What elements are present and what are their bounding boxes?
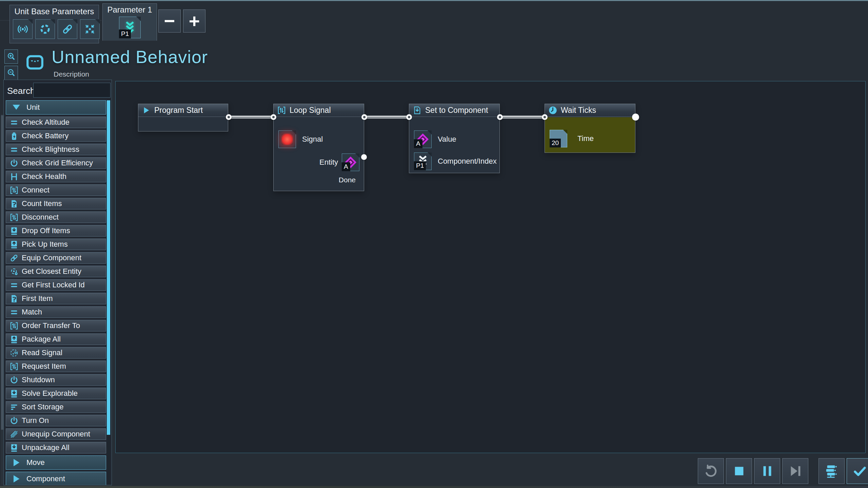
step-button[interactable] (782, 458, 808, 484)
pick-up-icon (6, 240, 22, 249)
page-title[interactable]: Unnamed Behavior (52, 47, 208, 67)
icon-wrap (25, 52, 45, 73)
pin-set-component-out[interactable] (497, 114, 503, 120)
tab-parameter-1[interactable]: Parameter 1 P1 (102, 3, 157, 41)
sidebar-item-solve-explorable[interactable]: Solve Explorable (6, 388, 106, 399)
node-title: Wait Ticks (561, 106, 596, 115)
sidebar-item-check-grid-efficiency[interactable]: Check Grid Efficiency (6, 157, 106, 169)
sidebar-item-label: Check Grid Efficiency (22, 159, 93, 167)
search-input[interactable] (33, 83, 111, 98)
node-set-to-component[interactable]: Set to Component A Value P1 Component/In… (409, 104, 500, 173)
node-header[interactable]: Program Start (138, 104, 228, 117)
pause-button[interactable] (754, 458, 780, 484)
transfer-brackets-icon (6, 213, 22, 222)
confirm-button[interactable] (847, 458, 868, 484)
screen-bottom-edge (0, 486, 868, 488)
sidebar-item-check-altitude[interactable]: Check Altitude (6, 117, 106, 128)
entity-slot[interactable]: A (342, 154, 359, 171)
pin-wait-ticks-in[interactable] (542, 114, 548, 120)
sidebar-item-get-closest-entity[interactable]: Get Closest Entity (6, 266, 106, 277)
node-program-start[interactable]: Program Start (138, 104, 228, 131)
sidebar-item-check-health[interactable]: Check Health (6, 171, 106, 182)
sidebar-item-turn-on[interactable]: Turn On (6, 415, 106, 426)
drop-off-icon (6, 389, 22, 398)
tool-slot[interactable] (35, 19, 55, 39)
stop-button[interactable] (726, 458, 752, 484)
tool-slot[interactable] (13, 19, 33, 39)
pin-done-out[interactable] (361, 154, 367, 160)
node-header[interactable]: Loop Signal (274, 104, 364, 117)
sidebar-item-connect[interactable]: Connect (6, 184, 106, 196)
sidebar-item-sort-storage[interactable]: Sort Storage (6, 401, 106, 413)
zoom-out-button[interactable] (4, 66, 18, 80)
sidebar-item-read-signal[interactable]: Read Signal (6, 347, 106, 359)
time-slot[interactable]: 20 (550, 130, 567, 147)
component-slot[interactable]: P1 (414, 152, 432, 170)
parameter-slot[interactable]: P1 (119, 17, 141, 38)
sidebar-item-pick-up-items[interactable]: Pick Up Items (6, 239, 106, 250)
wire-loop-to-set (364, 116, 409, 119)
page-scrollbar[interactable] (1, 114, 3, 485)
behavior-canvas[interactable]: Program Start Loop Signal Signal Entity … (115, 81, 866, 453)
node-header[interactable]: Set to Component (409, 104, 499, 117)
value-slot[interactable]: A (414, 130, 432, 148)
link-slash-icon (6, 430, 22, 439)
debug-stack-button[interactable] (818, 458, 845, 484)
drop-off-icon (6, 443, 22, 452)
sidebar-item-disconnect[interactable]: Disconnect (6, 211, 106, 223)
sidebar-item-unequip-component[interactable]: Unequip Component (6, 428, 106, 440)
add-parameter-button[interactable]: + (183, 9, 205, 33)
link-icon (6, 253, 22, 263)
sidebar-item-equip-component[interactable]: Equip Component (6, 252, 106, 264)
sidebar-item-check-blightness[interactable]: Check Blightness (6, 144, 106, 155)
converge-icon (84, 23, 96, 35)
instruction-sidebar: Search: Unit Check Altitude Check Batter… (3, 80, 112, 485)
sidebar-scrollbar-thumb[interactable] (107, 100, 110, 435)
sidebar-item-unpackage-all[interactable]: Unpackage All (6, 442, 106, 453)
sidebar-item-shutdown[interactable]: Shutdown (6, 374, 106, 386)
sidebar-item-check-battery[interactable]: Check Battery (6, 130, 106, 142)
sidebar-item-package-all[interactable]: Package All (6, 333, 106, 345)
remove-parameter-button[interactable]: − (158, 9, 181, 33)
pin-loop-signal-in[interactable] (271, 114, 276, 120)
pin-program-start-out[interactable] (226, 114, 232, 120)
pin-set-component-in[interactable] (406, 114, 412, 120)
sidebar-item-match[interactable]: Match (6, 306, 106, 318)
node-title: Program Start (154, 106, 203, 115)
sidebar-scrollbar[interactable] (107, 100, 110, 484)
sidebar-item-count-items[interactable]: Count Items (6, 198, 106, 209)
sidebar-item-get-first-locked-id[interactable]: Get First Locked Id (6, 279, 106, 291)
node-wait-ticks[interactable]: Wait Ticks 20 Time (545, 104, 635, 153)
sidebar-item-first-item[interactable]: First Item (6, 293, 106, 304)
sidebar-item-order-transfer-to[interactable]: Order Transfer To (6, 320, 106, 331)
sidebar-item-unit[interactable]: Unit (6, 100, 106, 115)
zoom-in-button[interactable] (4, 49, 18, 64)
signal-slot[interactable] (278, 130, 296, 148)
pin-loop-signal-out[interactable] (361, 114, 367, 120)
undo-button[interactable] (698, 458, 724, 484)
sidebar-item-label: Read Signal (22, 348, 62, 357)
sidebar-item-drop-off-items[interactable]: Drop Off Items (6, 225, 106, 237)
tool-slot[interactable] (80, 19, 100, 39)
node-loop-signal[interactable]: Loop Signal Signal Entity A Done (273, 104, 364, 191)
pin-wait-ticks-out[interactable] (632, 114, 639, 121)
sidebar-item-request-item[interactable]: Request Item (6, 361, 106, 372)
node-header[interactable]: Wait Ticks (545, 104, 635, 117)
value-badge: A (414, 139, 422, 148)
screen-top-edge (0, 0, 868, 1)
page-scrollbar-thumb[interactable] (1, 115, 3, 430)
sidebar-item-label: Move (26, 458, 45, 467)
sidebar-item-label: Order Transfer To (22, 321, 80, 330)
component-label: Component/Index (438, 152, 497, 170)
sidebar-item-move[interactable]: Move (6, 455, 106, 470)
battery-icon (6, 131, 22, 141)
tool-slot[interactable] (58, 19, 77, 39)
time-label: Time (577, 130, 594, 147)
sidebar-item-label: Check Blightness (22, 145, 79, 154)
sidebar-item-component[interactable]: Component (6, 472, 106, 485)
transfer-brackets-icon (277, 106, 286, 115)
sidebar-item-label: First Item (22, 294, 53, 303)
group-icon-row (13, 19, 100, 39)
sidebar-item-label: Shutdown (22, 375, 55, 384)
page-subtitle[interactable]: Description (54, 70, 89, 78)
